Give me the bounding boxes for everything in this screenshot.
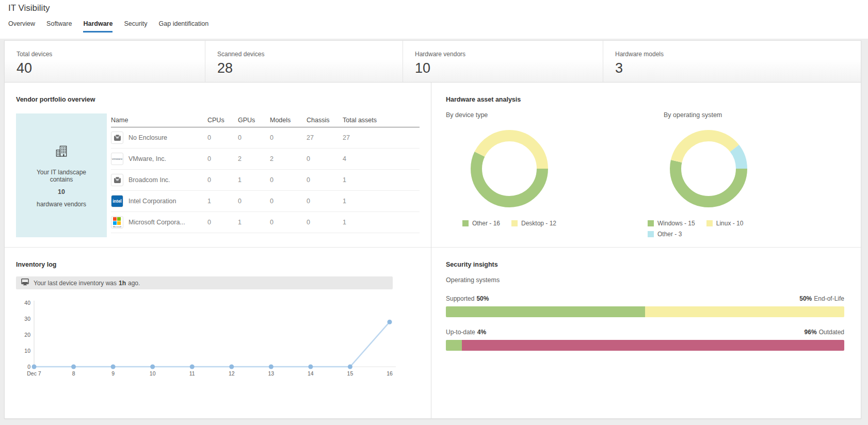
vendor-summary-count: 10 bbox=[58, 188, 65, 195]
vendor-summary-card: Your IT landscape contains 10 hardware v… bbox=[16, 113, 107, 237]
legend-item[interactable]: Desktop - 12 bbox=[511, 220, 556, 227]
table-cell: 0 bbox=[270, 198, 307, 205]
table-cell: 1 bbox=[207, 198, 238, 205]
table-cell: 0 bbox=[307, 219, 343, 226]
table-cell: 0 bbox=[307, 198, 343, 205]
vendor-icon-microsoft: Microsoft bbox=[111, 216, 123, 228]
stat-value: 40 bbox=[17, 60, 205, 76]
vendor-summary-line2: hardware vendors bbox=[37, 201, 86, 208]
tab-software[interactable]: Software bbox=[46, 20, 72, 32]
bar-left-label: Supported50% bbox=[446, 295, 489, 302]
legend-item[interactable]: Windows - 15 bbox=[648, 220, 695, 227]
building-icon bbox=[54, 143, 69, 160]
svg-text:15: 15 bbox=[347, 370, 353, 377]
stat-card-scanned-devices: Scanned devices 28 bbox=[205, 41, 403, 82]
vendor-table: Name CPUs GPUs Models Chassis Total asse… bbox=[111, 113, 420, 237]
bar-left-label: Up-to-date4% bbox=[446, 329, 486, 336]
stat-label: Total devices bbox=[17, 51, 205, 58]
column-header-total-assets[interactable]: Total assets bbox=[343, 117, 420, 124]
page-title: IT Visibility bbox=[8, 3, 860, 13]
table-cell: 0 bbox=[207, 219, 238, 226]
operating-system-label: By operating system bbox=[645, 111, 844, 119]
column-header-chassis[interactable]: Chassis bbox=[307, 117, 343, 124]
table-cell: 0 bbox=[270, 219, 307, 226]
vendor-table-body: No Enclosure0002727vmwareVMware, Inc.022… bbox=[111, 127, 420, 233]
bar-segment-end-of-life bbox=[645, 306, 844, 317]
security-subtitle: Operating systems bbox=[446, 276, 844, 284]
table-cell: 1 bbox=[238, 219, 270, 226]
column-header-models[interactable]: Models bbox=[270, 117, 307, 124]
svg-text:8: 8 bbox=[72, 370, 75, 377]
bar-segment-up-to-date bbox=[446, 340, 462, 351]
security-insights-section: Security insights Operating systems Supp… bbox=[431, 248, 861, 351]
table-row[interactable]: vmwareVMware, Inc.02204 bbox=[111, 149, 420, 170]
notice-text-suffix: ago. bbox=[128, 280, 140, 287]
tab-gap-identification[interactable]: Gap identification bbox=[159, 20, 209, 32]
svg-text:10: 10 bbox=[150, 370, 156, 377]
bar-right-label: 96%Outdated bbox=[805, 329, 844, 336]
legend-item[interactable]: Other - 3 bbox=[648, 231, 682, 238]
tab-hardware[interactable]: Hardware bbox=[83, 20, 112, 32]
stat-card-hardware-vendors: Hardware vendors 10 bbox=[403, 41, 603, 82]
column-header-name[interactable]: Name bbox=[111, 117, 207, 124]
table-row[interactable]: MicrosoftMicrosoft Corpora...01001 bbox=[111, 212, 420, 233]
os-support-bar bbox=[446, 306, 844, 317]
table-cell: 0 bbox=[270, 176, 307, 184]
table-cell: 0 bbox=[207, 176, 238, 184]
vendor-name: No Enclosure bbox=[128, 134, 167, 141]
os-support-bar-block: Supported50% 50%End-of-Life bbox=[446, 295, 844, 317]
svg-text:13: 13 bbox=[268, 370, 274, 377]
app-header: IT Visibility OverviewSoftwareHardwareSe… bbox=[0, 0, 868, 39]
table-cell: 1 bbox=[238, 176, 270, 184]
hardware-analysis-section: Hardware asset analysis By device type O… bbox=[431, 83, 861, 248]
svg-text:10: 10 bbox=[24, 348, 30, 354]
svg-text:16: 16 bbox=[387, 370, 393, 377]
vendor-name: Broadcom Inc. bbox=[128, 176, 170, 184]
section-title-security-insights: Security insights bbox=[446, 261, 844, 268]
vendor-table-header: Name CPUs GPUs Models Chassis Total asse… bbox=[111, 113, 420, 127]
table-cell: 4 bbox=[343, 155, 420, 162]
legend-item[interactable]: Linux - 10 bbox=[706, 220, 744, 227]
section-title-vendor-portfolio: Vendor portfolio overview bbox=[16, 96, 431, 103]
stat-label: Hardware models bbox=[615, 51, 861, 58]
inventory-line-chart: 010203040Dec 78910111213141516 bbox=[19, 300, 402, 381]
device-type-donut bbox=[471, 130, 548, 207]
table-cell: 0 bbox=[238, 198, 270, 205]
table-cell: 0 bbox=[307, 176, 343, 184]
inventory-log-section: Inventory log Your last device inventory… bbox=[5, 248, 431, 383]
vendor-portfolio-section: Vendor portfolio overview bbox=[5, 83, 431, 248]
table-row[interactable]: intelIntel Corporation10001 bbox=[111, 191, 420, 212]
device-type-subpanel: By device type Other - 16Desktop - 12 bbox=[446, 111, 645, 238]
legend-item[interactable]: Other - 16 bbox=[462, 220, 500, 227]
table-cell: 1 bbox=[343, 176, 420, 184]
vendor-icon-vmware: vmware bbox=[111, 153, 123, 165]
table-cell: 0 bbox=[207, 155, 238, 162]
stat-card-total-devices: Total devices 40 bbox=[5, 41, 205, 82]
stat-value: 10 bbox=[415, 60, 603, 76]
table-cell: 1 bbox=[343, 198, 420, 205]
table-cell: 0 bbox=[307, 155, 343, 162]
svg-text:30: 30 bbox=[24, 316, 30, 322]
device-type-legend: Other - 16Desktop - 12 bbox=[462, 220, 556, 227]
table-cell: 0 bbox=[238, 134, 270, 141]
operating-system-donut bbox=[670, 130, 747, 207]
vendor-name: VMware, Inc. bbox=[128, 155, 166, 162]
vendor-icon-enclosure bbox=[111, 132, 123, 144]
svg-text:11: 11 bbox=[189, 370, 195, 377]
svg-text:9: 9 bbox=[111, 370, 115, 377]
stat-label: Hardware vendors bbox=[415, 51, 603, 58]
table-cell: 27 bbox=[307, 134, 343, 141]
svg-text:20: 20 bbox=[24, 332, 30, 338]
svg-text:14: 14 bbox=[308, 370, 314, 377]
tab-overview[interactable]: Overview bbox=[8, 20, 35, 32]
bar-segment-outdated bbox=[462, 340, 844, 351]
table-row[interactable]: No Enclosure0002727 bbox=[111, 127, 420, 149]
column-header-cpus[interactable]: CPUs bbox=[207, 117, 238, 124]
tab-bar: OverviewSoftwareHardwareSecurityGap iden… bbox=[8, 20, 860, 32]
bar-right-label: 50%End-of-Life bbox=[799, 295, 844, 302]
table-row[interactable]: Broadcom Inc.01001 bbox=[111, 170, 420, 191]
svg-text:12: 12 bbox=[229, 370, 235, 377]
tab-security[interactable]: Security bbox=[124, 20, 147, 32]
column-header-gpus[interactable]: GPUs bbox=[238, 117, 270, 124]
vendor-name: Microsoft Corpora... bbox=[128, 219, 185, 226]
